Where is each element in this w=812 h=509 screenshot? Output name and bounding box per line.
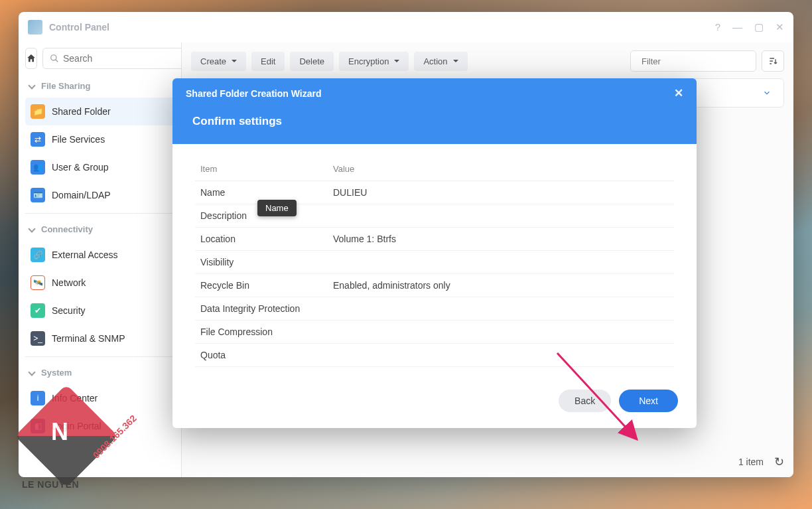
wizard-title: Shared Folder Creation Wizard xyxy=(186,88,321,99)
table-row: File Compression xyxy=(195,321,674,344)
home-icon xyxy=(26,53,36,64)
filter-input[interactable] xyxy=(642,56,753,66)
back-button[interactable]: Back xyxy=(559,390,611,412)
edit-button[interactable]: Edit xyxy=(251,52,285,71)
shield-icon: ✔ xyxy=(31,303,45,318)
sidebar-item-terminal-snmp[interactable]: >_Terminal & SNMP xyxy=(25,325,174,352)
sidebar-item-security[interactable]: ✔Security xyxy=(25,297,174,325)
section-connectivity[interactable]: Connectivity xyxy=(25,218,174,241)
sidebar-item-file-services[interactable]: ⇄File Services xyxy=(25,125,174,153)
file-services-icon: ⇄ xyxy=(31,132,45,147)
search-input[interactable] xyxy=(63,53,179,64)
col-header-value: Value xyxy=(328,157,658,181)
filter-field[interactable] xyxy=(630,50,756,72)
svg-point-0 xyxy=(51,55,56,60)
minimize-icon[interactable]: — xyxy=(732,21,742,33)
home-button[interactable] xyxy=(25,48,37,69)
sidebar-item-user-group[interactable]: 👥User & Group xyxy=(25,153,174,181)
wizard-close-button[interactable]: ✕ xyxy=(674,86,683,100)
table-row: Data Integrity Protection xyxy=(195,297,674,321)
window-title: Control Panel xyxy=(49,22,715,33)
shared-folder-wizard: Shared Folder Creation Wizard ✕ Confirm … xyxy=(172,78,697,428)
window-titlebar: Control Panel ? — ▢ ✕ xyxy=(19,12,793,42)
divider xyxy=(25,356,174,357)
tooltip: Name xyxy=(257,200,297,216)
delete-button[interactable]: Delete xyxy=(290,52,334,71)
section-file-sharing[interactable]: File Sharing xyxy=(25,74,174,98)
help-icon[interactable]: ? xyxy=(715,21,720,33)
status-bar: 1 item ↻ xyxy=(738,455,784,469)
search-field[interactable] xyxy=(42,48,182,69)
svg-line-1 xyxy=(56,60,58,62)
sidebar-item-shared-folder[interactable]: 📁Shared Folder xyxy=(25,98,174,125)
sort-icon xyxy=(768,56,778,66)
maximize-icon[interactable]: ▢ xyxy=(754,21,764,33)
toolbar: Create Edit Delete Encryption Action xyxy=(191,50,784,72)
settings-table: Item Value NameDULIEU DescriptionName Lo… xyxy=(195,157,674,367)
refresh-button[interactable]: ↻ xyxy=(774,455,784,469)
sort-button[interactable] xyxy=(762,50,784,72)
table-row: Recycle BinEnabled, administrators only xyxy=(195,274,674,297)
external-access-icon: 🔗 xyxy=(31,248,45,262)
chevron-down-icon xyxy=(762,88,772,98)
sidebar-item-network[interactable]: 🛰️Network xyxy=(25,269,174,297)
table-row: LocationVolume 1: Btrfs xyxy=(195,228,674,251)
table-row: Visibility xyxy=(195,251,674,274)
wizard-header: Shared Folder Creation Wizard ✕ Confirm … xyxy=(172,78,697,144)
control-panel-icon xyxy=(28,20,42,35)
section-system[interactable]: System xyxy=(25,361,174,384)
divider xyxy=(25,213,174,214)
col-header-item: Item xyxy=(195,157,328,181)
create-button[interactable]: Create xyxy=(191,52,246,71)
search-icon xyxy=(50,54,59,63)
user-group-icon: 👥 xyxy=(31,160,45,175)
terminal-icon: >_ xyxy=(31,331,45,346)
watermark: N 0908.165.362 LE NGUYEN xyxy=(10,386,129,506)
table-row: Quota xyxy=(195,344,674,367)
sidebar-item-external-access[interactable]: 🔗External Access xyxy=(25,241,174,269)
sidebar-item-domain-ldap[interactable]: 🪪Domain/LDAP xyxy=(25,181,174,209)
encryption-button[interactable]: Encryption xyxy=(339,52,409,71)
close-icon[interactable]: ✕ xyxy=(776,21,784,33)
wizard-heading: Confirm settings xyxy=(192,115,683,128)
domain-icon: 🪪 xyxy=(31,188,45,202)
next-button[interactable]: Next xyxy=(619,390,678,412)
folder-icon: 📁 xyxy=(31,104,45,119)
table-row: DescriptionName xyxy=(195,204,674,228)
action-button[interactable]: Action xyxy=(414,52,467,71)
item-count: 1 item xyxy=(738,457,764,467)
network-icon: 🛰️ xyxy=(31,275,45,290)
